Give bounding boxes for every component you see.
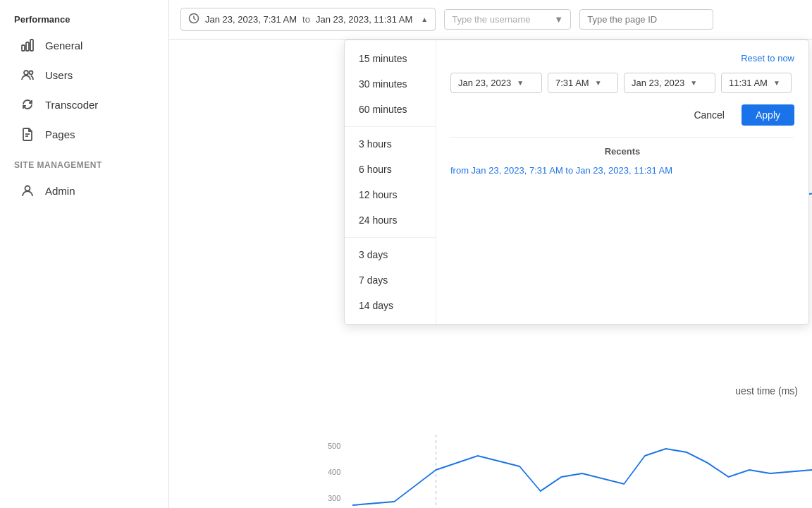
clock-icon [188,13,199,26]
end-time-arrow-icon: ▼ [773,79,780,87]
sidebar-item-admin[interactable]: Admin [6,176,163,205]
sidebar-item-admin-label: Admin [45,185,75,197]
chart-container-2 [352,435,812,508]
page-id-input[interactable] [579,9,713,30]
date-range-row: Jan 23, 2023 ▼ 7:31 AM ▼ Jan 23, 2023 ▼ … [450,73,794,93]
quick-option-3d[interactable]: 3 days [345,242,436,267]
start-date-select[interactable]: Jan 23, 2023 ▼ [450,73,542,93]
main-content: Jan 23, 2023, 7:31 AM to Jan 23, 2023, 1… [169,0,812,508]
recents-label: Recents [450,146,794,157]
start-date-arrow-icon: ▼ [517,79,524,87]
svg-rect-1 [26,42,29,51]
quick-option-30min[interactable]: 30 minutes [345,71,436,97]
topbar: Jan 23, 2023, 7:31 AM to Jan 23, 2023, 1… [169,0,812,40]
sidebar-item-users[interactable]: Users [6,60,163,90]
quick-option-12h[interactable]: 12 hours [345,182,436,207]
chart-title-2: uest time (ms) [735,385,798,397]
users-icon [20,67,35,83]
end-date-select[interactable]: Jan 23, 2023 ▼ [624,73,715,93]
sidebar-item-general[interactable]: General [6,30,163,60]
end-date-value: Jan 23, 2023 [632,78,684,88]
sidebar: Performance General Users [0,0,169,508]
start-time-arrow-icon: ▼ [595,79,602,87]
time-range-button[interactable]: Jan 23, 2023, 7:31 AM to Jan 23, 2023, 1… [180,8,436,31]
sidebar-item-pages-label: Pages [45,128,75,140]
sidebar-item-general-label: General [45,40,82,52]
time-range-start: Jan 23, 2023, 7:31 AM [205,14,297,25]
quick-option-14d[interactable]: 14 days [345,293,436,318]
start-time-value: 7:31 AM [555,78,589,88]
quick-option-7d[interactable]: 7 days [345,267,436,293]
end-time-value: 11:31 AM [729,78,768,88]
recent-item-0[interactable]: from Jan 23, 2023, 7:31 AM to Jan 23, 20… [450,162,794,179]
end-time-select[interactable]: 11:31 AM ▼ [721,73,792,93]
end-date-arrow-icon: ▼ [690,79,697,87]
username-chevron-icon: ▼ [554,14,563,25]
arrow-up-icon: ▲ [421,16,428,23]
svg-point-3 [24,71,28,75]
divider-2 [345,237,436,238]
username-placeholder: Type the username [452,14,530,25]
reset-link-container: Reset to now [450,52,794,64]
quick-option-6h[interactable]: 6 hours [345,157,436,182]
quick-option-24h[interactable]: 24 hours [345,207,436,233]
cancel-button[interactable]: Cancel [682,104,736,126]
sidebar-management-title: Site management [0,149,168,176]
svg-rect-0 [22,45,25,51]
recents-section: Recents from Jan 23, 2023, 7:31 AM to Ja… [450,137,794,179]
svg-rect-2 [30,40,33,51]
reset-to-now-link[interactable]: Reset to now [741,53,794,64]
time-range-end: Jan 23, 2023, 11:31 AM [316,14,412,25]
sidebar-item-transcoder[interactable]: Transcoder [6,90,163,119]
action-row: Cancel Apply [450,104,794,126]
sidebar-item-pages[interactable]: Pages [6,119,163,149]
apply-button[interactable]: Apply [742,104,794,126]
y-axis-labels: 500 400 300 200 [328,442,340,508]
time-range-to: to [302,14,310,25]
username-select[interactable]: Type the username ▼ [444,9,571,30]
sidebar-item-transcoder-label: Transcoder [45,99,98,111]
refresh-icon [20,97,35,112]
sidebar-item-users-label: Users [45,69,73,81]
time-range-dropdown: 15 minutes 30 minutes 60 minutes 3 hours… [344,40,809,325]
quick-options-panel: 15 minutes 30 minutes 60 minutes 3 hours… [345,40,436,324]
file-icon [20,126,35,142]
sidebar-section-title: Performance [0,6,168,30]
quick-option-15min[interactable]: 15 minutes [345,46,436,71]
divider-1 [345,126,436,127]
chart-bar-icon [20,37,35,53]
date-picker-panel: Reset to now Jan 23, 2023 ▼ 7:31 AM ▼ Ja… [436,40,808,324]
person-icon [20,183,35,198]
quick-option-60min[interactable]: 60 minutes [345,97,436,122]
quick-option-3h[interactable]: 3 hours [345,131,436,157]
svg-point-7 [25,186,30,191]
start-time-select[interactable]: 7:31 AM ▼ [548,73,618,93]
svg-point-4 [30,71,33,75]
start-date-value: Jan 23, 2023 [458,78,511,88]
